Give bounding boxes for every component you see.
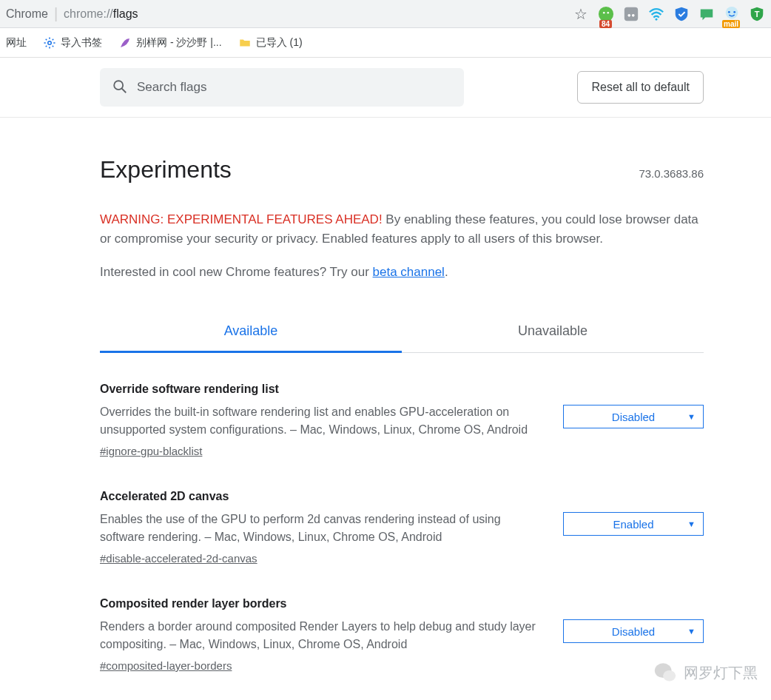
svg-point-7	[726, 6, 738, 18]
svg-point-1	[603, 11, 605, 13]
beta-text: Interested in cool new Chrome features? …	[100, 263, 704, 282]
flag-title: Override software rendering list	[100, 383, 541, 396]
bookmarks-bar: 网址 导入书签 别样网 - 沙沙野 |... 已导入 (1)	[0, 28, 771, 58]
warning-block: WARNING: EXPERIMENTAL FEATURES AHEAD! By…	[100, 210, 704, 282]
watermark-text: 网罗灯下黑	[684, 663, 758, 683]
beta-channel-link[interactable]: beta channel	[373, 265, 445, 279]
address-bar: Chrome | chrome://flags ☆ 84 mail T	[0, 0, 771, 28]
flag-anchor-link[interactable]: #ignore-gpu-blacklist	[100, 445, 202, 457]
search-box[interactable]	[100, 68, 464, 107]
shield-extension-icon[interactable]	[673, 6, 690, 22]
flag-select-value: Enabled	[613, 518, 653, 531]
flag-item: Override software rendering list Overrid…	[100, 383, 704, 457]
wechat-badge: 84	[599, 20, 612, 28]
svg-point-11	[48, 41, 52, 44]
extension-icons: 84 mail T	[598, 6, 765, 22]
flag-title: Accelerated 2D canvas	[100, 490, 541, 503]
chat-extension-icon[interactable]	[698, 6, 715, 22]
flag-description: Renders a border around composited Rende…	[100, 618, 541, 653]
svg-point-8	[728, 10, 730, 13]
bookmark-item-import[interactable]: 导入书签	[43, 36, 102, 50]
mail-badge: mail	[722, 20, 740, 28]
search-icon	[112, 78, 128, 97]
flag-select-value: Disabled	[612, 411, 655, 423]
svg-point-6	[656, 18, 658, 20]
flags-list: Override software rendering list Overrid…	[100, 353, 704, 700]
wechat-icon	[653, 660, 678, 685]
wifi-extension-icon[interactable]	[648, 6, 664, 22]
address-separator: |	[54, 5, 58, 22]
leaf-icon	[118, 36, 132, 50]
tab-available[interactable]: Available	[100, 312, 402, 353]
svg-rect-3	[624, 7, 638, 20]
mail-extension-icon[interactable]: mail	[724, 6, 740, 22]
flag-title: Composited render layer borders	[100, 597, 541, 610]
flag-description: Overrides the built-in software renderin…	[100, 403, 541, 439]
svg-point-15	[663, 670, 676, 682]
bookmark-item-bieyang[interactable]: 别样网 - 沙沙野 |...	[118, 36, 222, 50]
svg-point-9	[733, 10, 735, 13]
flag-select[interactable]: Disabled ▼	[563, 405, 704, 428]
flag-select[interactable]: Disabled ▼	[563, 619, 704, 643]
flag-anchor-link[interactable]: #disable-accelerated-2d-canvas	[100, 552, 257, 565]
flag-description: Enables the use of the GPU to perform 2d…	[100, 511, 541, 546]
chevron-down-icon: ▼	[687, 627, 696, 636]
grid-extension-icon[interactable]	[623, 6, 639, 22]
svg-point-2	[607, 11, 609, 13]
flags-toolbar: Reset all to default	[0, 58, 771, 118]
folder-icon	[238, 36, 252, 50]
flag-item: Composited render layer borders Renders …	[100, 597, 704, 672]
flag-item: Accelerated 2D canvas Enables the use of…	[100, 490, 704, 565]
svg-line-13	[122, 88, 127, 92]
search-input[interactable]	[137, 80, 452, 95]
svg-point-12	[114, 81, 123, 90]
tab-unavailable[interactable]: Unavailable	[402, 312, 704, 352]
warning-text: WARNING: EXPERIMENTAL FEATURES AHEAD! By…	[100, 210, 704, 249]
green-shield-extension-icon[interactable]: T	[749, 6, 765, 22]
flag-select[interactable]: Enabled ▼	[563, 512, 704, 536]
svg-point-5	[632, 14, 635, 17]
address-prefix: Chrome	[6, 7, 48, 21]
chevron-down-icon: ▼	[687, 519, 696, 528]
address-url[interactable]: chrome://flags	[64, 7, 568, 21]
main-content: Experiments 73.0.3683.86 WARNING: EXPERI…	[23, 118, 748, 700]
bookmark-folder-imported[interactable]: 已导入 (1)	[238, 36, 303, 50]
svg-point-0	[599, 6, 613, 21]
bookmark-star-icon[interactable]: ☆	[574, 5, 587, 23]
chevron-down-icon: ▼	[687, 412, 696, 421]
tabs: Available Unavailable	[100, 312, 704, 353]
chrome-version: 73.0.3683.86	[639, 167, 704, 180]
flag-select-value: Disabled	[612, 625, 655, 638]
wechat-extension-icon[interactable]: 84	[598, 6, 614, 22]
svg-text:T: T	[755, 9, 760, 18]
bookmark-item[interactable]: 网址	[6, 36, 27, 50]
svg-point-4	[627, 14, 630, 17]
reset-all-button[interactable]: Reset all to default	[577, 71, 704, 104]
flag-anchor-link[interactable]: #composited-layer-borders	[100, 659, 232, 672]
page-title: Experiments	[100, 156, 232, 184]
gear-icon	[43, 36, 56, 50]
watermark: 网罗灯下黑	[653, 660, 758, 685]
